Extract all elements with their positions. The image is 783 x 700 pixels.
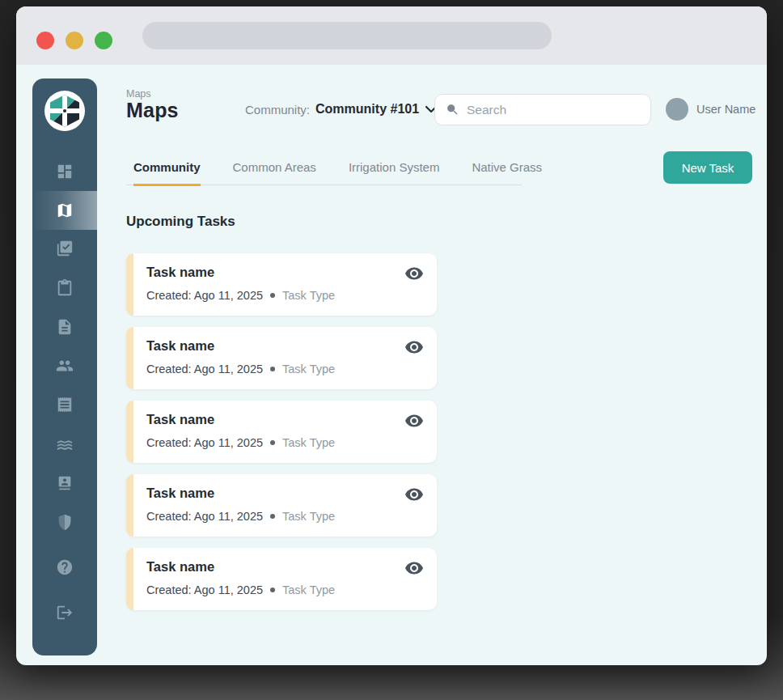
sidebar-item-logout[interactable] [32,593,97,632]
dashboard-icon [56,163,74,180]
sidebar [32,78,97,655]
search-box [434,94,651,125]
document-icon [56,318,74,336]
people-icon [56,357,74,375]
eye-icon [404,411,424,431]
view-task-button[interactable] [404,411,424,431]
view-task-button[interactable] [404,485,424,504]
meta-separator-dot [270,367,275,371]
help-icon [56,558,74,576]
task-status-stripe [126,327,133,389]
task-card[interactable]: Task name Created: Ago 11, 2025 Task Typ… [126,548,437,610]
sidebar-item-contacts[interactable] [32,464,97,503]
task-created-date: Created: Ago 11, 2025 [146,583,263,596]
view-task-button[interactable] [404,264,424,283]
task-name: Task name [146,265,214,280]
app-logo[interactable] [44,91,85,131]
search-icon [446,103,459,117]
task-list: Task name Created: Ago 11, 2025 Task Typ… [126,253,437,622]
task-created-date: Created: Ago 11, 2025 [146,510,263,523]
maximize-window-icon[interactable] [95,32,112,49]
task-created-date: Created: Ago 11, 2025 [146,436,263,449]
task-status-stripe [126,474,133,537]
meta-separator-dot [270,293,275,298]
page-title: Maps [126,99,179,122]
sidebar-item-irrigation[interactable] [32,424,97,463]
meta-separator-dot [270,440,275,445]
community-value: Community #101 [315,102,419,117]
task-card[interactable]: Task name Created: Ago 11, 2025 Task Typ… [126,327,437,389]
task-card[interactable]: Task name Created: Ago 11, 2025 Task Typ… [126,474,437,537]
task-meta: Created: Ago 11, 2025 Task Type [146,510,335,523]
url-bar[interactable] [142,22,552,49]
receipt-icon [56,396,74,414]
sidebar-item-people[interactable] [32,346,97,385]
community-label: Community: [245,103,310,117]
tab-irrigation-system[interactable]: Irrigation System [349,155,440,185]
task-status-stripe [126,253,133,316]
search-input[interactable] [467,103,640,117]
view-task-button[interactable] [404,337,424,357]
task-type: Task Type [282,583,335,596]
app-content: Maps Maps Community: Community #101 User… [16,65,767,665]
community-selector[interactable]: Community: Community #101 [245,100,438,118]
task-created-date: Created: Ago 11, 2025 [146,289,263,302]
contact-card-icon [56,474,74,492]
eye-icon [404,264,424,283]
minimize-window-icon[interactable] [66,32,83,49]
meta-separator-dot [270,588,275,592]
task-type: Task Type [282,289,335,302]
waves-icon [56,435,74,452]
browser-chrome [16,6,767,65]
traffic-lights [36,32,112,49]
task-status-stripe [126,548,133,610]
task-status-stripe [126,401,133,463]
task-type: Task Type [282,510,335,523]
task-name: Task name [146,338,214,354]
task-name: Task name [146,412,214,427]
map-icon [56,202,74,219]
tab-native-grass[interactable]: Native Grass [472,155,542,185]
meta-separator-dot [270,514,275,519]
tasks-check-icon [56,240,74,257]
sidebar-item-security[interactable] [32,503,97,541]
task-type: Task Type [282,363,335,375]
section-title: Upcoming Tasks [126,214,235,230]
tab-common-areas[interactable]: Common Areas [233,155,316,185]
task-created-date: Created: Ago 11, 2025 [146,363,263,375]
task-type: Task Type [282,436,335,449]
task-card[interactable]: Task name Created: Ago 11, 2025 Task Typ… [126,253,437,316]
task-card[interactable]: Task name Created: Ago 11, 2025 Task Typ… [126,401,437,463]
sidebar-item-help[interactable] [32,548,97,587]
eye-icon [404,337,424,357]
task-meta: Created: Ago 11, 2025 Task Type [146,436,335,449]
tab-community[interactable]: Community [133,155,201,186]
user-name: User Name [696,103,755,116]
browser-window: Maps Maps Community: Community #101 User… [16,6,767,665]
task-name: Task name [146,559,214,575]
sidebar-item-documents[interactable] [32,308,97,346]
eye-icon [404,558,424,578]
sidebar-item-clipboard[interactable] [32,269,97,308]
close-window-icon[interactable] [36,32,54,49]
sidebar-item-dashboard[interactable] [32,152,97,191]
logout-icon [56,604,74,622]
sidebar-item-maps[interactable] [32,191,97,230]
view-task-button[interactable] [404,558,424,578]
user-menu[interactable]: User Name [666,98,755,121]
clipboard-icon [56,279,74,297]
new-task-button[interactable]: New Task [663,151,752,184]
avatar [666,98,688,121]
task-meta: Created: Ago 11, 2025 Task Type [146,363,335,375]
shield-icon [56,513,74,531]
sidebar-item-tasks[interactable] [32,229,97,268]
sidebar-item-receipts[interactable] [32,385,97,424]
breadcrumb: Maps [126,88,151,100]
task-meta: Created: Ago 11, 2025 Task Type [146,289,335,302]
eye-icon [404,485,424,504]
tab-bar: Community Common Areas Irrigation System… [126,155,522,185]
task-name: Task name [146,486,214,501]
task-meta: Created: Ago 11, 2025 Task Type [146,583,335,596]
